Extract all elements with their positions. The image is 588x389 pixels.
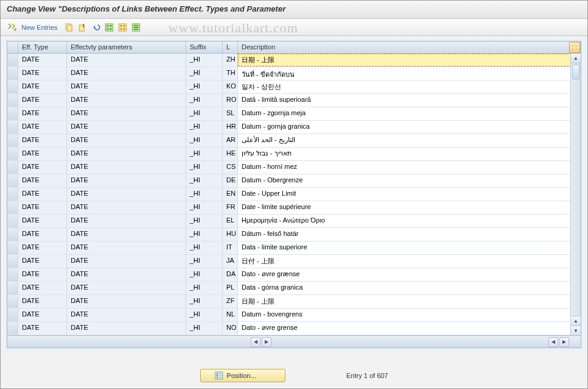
cell-description[interactable]: Date - limite supérieure (238, 201, 581, 214)
cell-description[interactable]: วันที่ - ขีดจำกัดบน (238, 67, 581, 80)
cell-eff-params[interactable]: DATE (67, 188, 186, 201)
row-selector[interactable] (7, 188, 18, 201)
cell-lang[interactable]: EL (223, 215, 238, 227)
cell-eff-params[interactable]: DATE (67, 322, 186, 335)
cell-description[interactable]: Datum - bovengrens (238, 309, 581, 321)
hscroll-next-icon[interactable]: ◀ (548, 337, 558, 347)
cell-lang[interactable]: ZF (223, 295, 238, 308)
cell-lang[interactable]: AR (223, 134, 238, 147)
cell-suffix[interactable]: _HI (186, 80, 223, 93)
cell-eff-params[interactable]: DATE (67, 201, 186, 214)
cell-lang[interactable]: KO (223, 80, 238, 93)
cell-suffix[interactable]: _HI (186, 121, 223, 134)
scroll-up-icon[interactable]: ▲ (571, 54, 581, 63)
col-header-suffix[interactable]: Suffix (186, 41, 223, 53)
vertical-scrollbar[interactable]: ▲ ▲ ▼ (570, 54, 581, 335)
row-selector[interactable] (7, 215, 18, 227)
cell-eff-params[interactable]: DATE (67, 107, 186, 120)
cell-eff-type[interactable]: DATE (18, 107, 67, 120)
row-selector[interactable] (7, 94, 18, 107)
cell-eff-params[interactable]: DATE (67, 215, 186, 227)
cell-lang[interactable]: HE (223, 148, 238, 160)
cell-eff-type[interactable]: DATE (18, 121, 67, 134)
cell-eff-type[interactable]: DATE (18, 282, 67, 294)
row-selector[interactable] (7, 161, 18, 174)
cell-suffix[interactable]: _HI (186, 322, 223, 335)
cell-lang[interactable]: EN (223, 188, 238, 201)
row-selector[interactable] (7, 174, 18, 187)
delete-icon[interactable] (77, 22, 88, 33)
cell-eff-params[interactable]: DATE (67, 67, 186, 80)
cell-lang[interactable]: TH (223, 67, 238, 80)
cell-eff-type[interactable]: DATE (18, 241, 67, 254)
cell-eff-type[interactable]: DATE (18, 255, 67, 268)
cell-suffix[interactable]: _HI (186, 67, 223, 80)
cell-suffix[interactable]: _HI (186, 54, 223, 66)
cell-eff-type[interactable]: DATE (18, 67, 67, 80)
new-entries-button[interactable]: New Entries (21, 24, 57, 31)
cell-description[interactable]: 日付 - 上限 (238, 255, 581, 268)
cell-lang[interactable]: IT (223, 241, 238, 254)
row-selector[interactable] (7, 54, 18, 66)
cell-eff-type[interactable]: DATE (18, 174, 67, 187)
cell-eff-type[interactable]: DATE (18, 161, 67, 174)
hscroll-first-icon[interactable]: ◀ (251, 337, 260, 347)
deselect-all-icon[interactable] (117, 22, 128, 33)
row-selector[interactable] (7, 241, 18, 254)
cell-suffix[interactable]: _HI (186, 174, 223, 187)
cell-eff-type[interactable]: DATE (18, 295, 67, 308)
cell-description[interactable]: Datum - zgornja meja (238, 107, 581, 120)
cell-eff-params[interactable]: DATE (67, 268, 186, 281)
cell-description[interactable]: 日期 - 上限 (238, 295, 581, 308)
cell-eff-type[interactable]: DATE (18, 80, 67, 93)
cell-eff-type[interactable]: DATE (18, 54, 67, 66)
cell-description[interactable]: Dato - øvre grænse (238, 268, 581, 281)
cell-eff-type[interactable]: DATE (18, 188, 67, 201)
cell-description[interactable]: 일자 - 상한선 (238, 80, 581, 93)
cell-eff-type[interactable]: DATE (18, 228, 67, 241)
col-header-eff-type[interactable]: Eff. Type (18, 41, 67, 53)
cell-eff-type[interactable]: DATE (18, 309, 67, 321)
cell-eff-params[interactable]: DATE (67, 309, 186, 321)
cell-lang[interactable]: NO (223, 322, 238, 335)
cell-eff-params[interactable]: DATE (67, 228, 186, 241)
cell-eff-params[interactable]: DATE (67, 255, 186, 268)
row-selector[interactable] (7, 255, 18, 268)
row-selector[interactable] (7, 295, 18, 308)
hscroll-prev-icon[interactable]: ▶ (262, 337, 271, 347)
cell-description[interactable]: Date - Upper Limit (238, 188, 581, 201)
cell-description[interactable]: Dată - limită superioară (238, 94, 581, 107)
cell-eff-type[interactable]: DATE (18, 268, 67, 281)
cell-lang[interactable]: FR (223, 201, 238, 214)
cell-eff-params[interactable]: DATE (67, 134, 186, 147)
cell-suffix[interactable]: _HI (186, 309, 223, 321)
row-selector[interactable] (7, 201, 18, 214)
select-all-icon[interactable] (104, 22, 115, 33)
cell-suffix[interactable]: _HI (186, 282, 223, 294)
cell-eff-params[interactable]: DATE (67, 54, 186, 66)
cell-lang[interactable]: SL (223, 107, 238, 120)
toggle-display-icon[interactable] (7, 22, 18, 33)
row-selector[interactable] (7, 134, 18, 147)
scroll-thumb[interactable] (572, 65, 579, 79)
cell-suffix[interactable]: _HI (186, 188, 223, 201)
cell-eff-params[interactable]: DATE (67, 174, 186, 187)
row-selector[interactable] (7, 80, 18, 93)
cell-lang[interactable]: JA (223, 255, 238, 268)
cell-lang[interactable]: PL (223, 282, 238, 294)
cell-lang[interactable]: CS (223, 161, 238, 174)
cell-eff-type[interactable]: DATE (18, 322, 67, 335)
row-selector[interactable] (7, 309, 18, 321)
row-selector[interactable] (7, 282, 18, 294)
row-selector[interactable] (7, 148, 18, 160)
select-all-header[interactable] (7, 41, 18, 53)
cell-eff-params[interactable]: DATE (67, 161, 186, 174)
copy-icon[interactable] (63, 22, 74, 33)
row-selector[interactable] (7, 268, 18, 281)
cell-eff-params[interactable]: DATE (67, 94, 186, 107)
row-selector[interactable] (7, 322, 18, 335)
cell-description[interactable]: Dátum - felső határ (238, 228, 581, 241)
cell-description[interactable]: Ημερομηνία - Ανώτερο Όριο (238, 215, 581, 227)
cell-suffix[interactable]: _HI (186, 268, 223, 281)
cell-suffix[interactable]: _HI (186, 134, 223, 147)
